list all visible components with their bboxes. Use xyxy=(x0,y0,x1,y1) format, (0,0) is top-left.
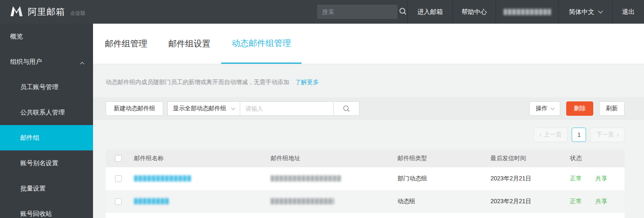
next-arrow-icon: › xyxy=(617,131,619,138)
current-page-button[interactable]: 1 xyxy=(572,128,586,142)
chevron-down-icon xyxy=(551,106,555,110)
group-name-cell: ████████ xyxy=(134,198,271,206)
pagination: ‹ 上一页 1 下一页 › xyxy=(106,128,625,142)
prev-arrow-icon: ‹ xyxy=(540,131,542,138)
new-dynamic-group-button[interactable]: 新建动态邮件组 xyxy=(106,101,163,116)
group-name-cell: █████████████ xyxy=(134,175,271,183)
table-row: █████████████ █████████████████ 部门动态组 20… xyxy=(106,167,625,190)
nav-help-center[interactable]: 帮助中心 xyxy=(452,0,496,24)
sidebar-item-label: 概览 xyxy=(10,33,23,40)
content-area: 动态邮件组内成员随部门员工的新增或离开而自动增减，无需手动添加 了解更多 新建动… xyxy=(93,79,644,218)
sidebar-item-mail-groups[interactable]: 邮件组 xyxy=(0,125,93,150)
actions-dropdown-button[interactable]: 操作 xyxy=(529,101,560,116)
brand-edition: 企业版 xyxy=(70,10,85,17)
nav-language-label: 简体中文 xyxy=(569,8,595,16)
group-search-button[interactable] xyxy=(333,101,359,116)
main-panel: 邮件组管理 邮件组设置 动态邮件组管理 动态邮件组内成员随部门员工的新增或离开而… xyxy=(93,24,644,218)
sidebar-item-label: 公共联系人管理 xyxy=(20,109,65,116)
toolbar-right: 操作 删除 刷新 xyxy=(529,101,625,116)
header-checkbox-cell xyxy=(106,155,134,162)
share-badge: 共享 xyxy=(595,175,607,183)
chevron-down-icon xyxy=(598,8,603,13)
tab-label: 动态邮件组管理 xyxy=(232,38,291,49)
sidebar-item-label: 邮件组 xyxy=(20,134,39,141)
group-filter-value: 显示全部动态邮件组 xyxy=(173,105,226,112)
group-filter-select[interactable]: 显示全部动态邮件组 xyxy=(167,101,240,116)
tab-label: 邮件组管理 xyxy=(105,38,147,49)
sidebar-item-employee-accounts[interactable]: 员工账号管理 xyxy=(0,74,93,100)
tab-dynamic-mail-group-management[interactable]: 动态邮件组管理 xyxy=(221,24,301,64)
row-checkbox[interactable] xyxy=(115,175,122,182)
status-cell: 正常 共享 xyxy=(570,198,625,205)
status-badge: 正常 xyxy=(570,198,582,205)
nav-language-select[interactable]: 简体中文 xyxy=(558,0,612,24)
row-checkbox[interactable] xyxy=(115,198,122,205)
header-group-address: 邮件组地址 xyxy=(271,155,397,162)
header-group-name: 邮件组名称 xyxy=(134,155,271,162)
header-status: 状态 xyxy=(570,155,625,162)
topbar-search[interactable] xyxy=(317,5,397,19)
nav-help-center-label: 帮助中心 xyxy=(462,8,487,16)
prev-page-label: 上一页 xyxy=(544,131,562,139)
table-header-row: 邮件组名称 邮件组地址 邮件组类型 最后发信时间 状态 xyxy=(106,150,625,167)
share-badge: 共享 xyxy=(595,198,607,205)
page-description: 动态邮件组内成员随部门员工的新增或离开而自动增减，无需手动添加 了解更多 xyxy=(106,79,625,86)
account-name-redacted: █████████████ xyxy=(504,8,551,15)
nav-account[interactable]: █████████████ xyxy=(496,0,558,24)
sidebar-item-batch-settings[interactable]: 批量设置 xyxy=(0,176,93,201)
sidebar-item-public-contacts[interactable]: 公共联系人管理 xyxy=(0,100,93,125)
toolbar: 新建动态邮件组 显示全部动态邮件组 操作 xyxy=(93,97,644,120)
brand[interactable]: 阿里邮箱 企业版 xyxy=(0,5,85,19)
sidebar-item-label: 批量设置 xyxy=(20,185,46,192)
description-text: 动态邮件组内成员随部门员工的新增或离开而自动增减，无需手动添加 xyxy=(106,79,289,85)
nav-logout[interactable]: 退出 xyxy=(612,0,644,24)
last-sent-cell: 2023年2月21日 xyxy=(491,198,570,205)
next-page-label: 下一页 xyxy=(596,131,614,139)
group-type-cell: 动态组 xyxy=(397,198,491,205)
group-name-link-redacted[interactable]: █████████████ xyxy=(134,175,193,182)
group-address-redacted: ███████████████ xyxy=(271,198,334,204)
topbar-search-input[interactable] xyxy=(322,8,399,15)
sidebar-item-account-recycle[interactable]: 账号回收站 xyxy=(0,201,93,218)
sidebar-item-account-alias[interactable]: 账号别名设置 xyxy=(0,150,93,176)
last-sent-cell: 2023年2月21日 xyxy=(491,175,570,183)
tab-mail-group-management[interactable]: 邮件组管理 xyxy=(105,24,147,64)
filter-search-group: 显示全部动态邮件组 xyxy=(167,101,359,116)
actions-label: 操作 xyxy=(536,105,548,112)
sidebar-item-label: 账号别名设置 xyxy=(20,159,58,166)
sidebar-item-org-users[interactable]: 组织与用户 xyxy=(0,49,93,74)
tab-mail-group-settings[interactable]: 邮件组设置 xyxy=(168,24,211,64)
tab-bar: 邮件组管理 邮件组设置 动态邮件组管理 xyxy=(93,24,644,64)
search-icon[interactable] xyxy=(399,7,407,17)
row-checkbox-cell xyxy=(106,198,134,205)
group-address-cell: █████████████████ xyxy=(271,175,397,183)
sidebar-item-overview[interactable]: 概览 xyxy=(0,24,93,49)
header-last-sent: 最后发信时间 xyxy=(491,155,570,162)
app-window: 阿里邮箱 企业版 进入邮箱 帮助中心 █████████████ 简体中文 xyxy=(0,0,644,218)
topbar: 阿里邮箱 企业版 进入邮箱 帮助中心 █████████████ 简体中文 xyxy=(0,0,644,24)
status-badge: 正常 xyxy=(570,175,582,183)
prev-page-button[interactable]: ‹ 上一页 xyxy=(534,128,568,142)
table-row: ████████ ███████████████ 动态组 2023年2月21日 … xyxy=(106,190,625,213)
header-group-type: 邮件组类型 xyxy=(397,155,491,162)
topbar-nav: 进入邮箱 帮助中心 █████████████ 简体中文 退出 xyxy=(407,0,644,24)
learn-more-link[interactable]: 了解更多 xyxy=(295,79,319,85)
alimail-logo-icon xyxy=(9,5,24,19)
status-cell: 正常 共享 xyxy=(570,175,625,183)
nav-enter-mailbox[interactable]: 进入邮箱 xyxy=(407,0,452,24)
search-icon xyxy=(343,105,350,112)
group-type-cell: 部门动态组 xyxy=(397,175,491,183)
refresh-button[interactable]: 刷新 xyxy=(599,101,625,116)
group-name-link-redacted[interactable]: ████████ xyxy=(134,198,171,204)
delete-button[interactable]: 删除 xyxy=(566,101,593,116)
row-checkbox-cell xyxy=(106,175,134,182)
chevron-down-icon xyxy=(231,106,236,110)
sidebar-item-label: 账号回收站 xyxy=(20,210,52,217)
group-search-input[interactable] xyxy=(240,101,334,116)
nav-enter-mailbox-label: 进入邮箱 xyxy=(417,8,443,16)
next-page-button[interactable]: 下一页 › xyxy=(590,128,625,142)
nav-logout-label: 退出 xyxy=(622,8,635,16)
tab-label: 邮件组设置 xyxy=(168,38,211,49)
select-all-checkbox[interactable] xyxy=(115,155,122,162)
sidebar-item-label: 员工账号管理 xyxy=(20,83,58,90)
